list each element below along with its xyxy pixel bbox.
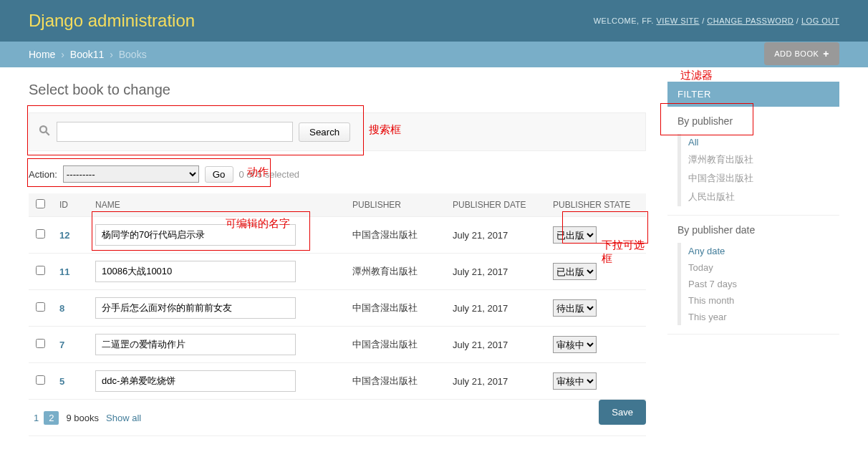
col-publisher[interactable]: PUBLISHER xyxy=(345,193,445,217)
paginator: 12 9 books Show all xyxy=(29,413,141,423)
state-select[interactable]: 审核中 xyxy=(553,372,597,390)
row-checkbox[interactable] xyxy=(36,229,45,239)
table-row: 12 中国含湿出版社 July 21, 2017 已出版 xyxy=(29,217,646,254)
id-link[interactable]: 11 xyxy=(59,266,69,277)
filter-item[interactable]: 潭州教育出版社 xyxy=(688,150,829,169)
header: Django administration WELCOME, FF. VIEW … xyxy=(0,0,868,42)
table-row: 11 潭州教育出版社 July 21, 2017 已出版 xyxy=(29,254,646,290)
col-name[interactable]: NAME xyxy=(88,193,345,217)
filter-by-date: By publisher date Any dateTodayPast 7 da… xyxy=(667,216,839,335)
results-table: ID NAME PUBLISHER PUBLISHER DATE PUBLISH… xyxy=(29,193,646,400)
svg-line-1 xyxy=(46,132,49,135)
user-tools: WELCOME, FF. VIEW SITE / CHANGE PASSWORD… xyxy=(594,16,839,25)
name-input[interactable] xyxy=(95,261,296,282)
table-row: 7 中国含湿出版社 July 21, 2017 审核中 xyxy=(29,327,646,363)
row-checkbox[interactable] xyxy=(36,266,45,275)
name-input[interactable] xyxy=(95,370,296,392)
row-checkbox[interactable] xyxy=(36,339,45,348)
welcome-text: WELCOME, FF. xyxy=(594,16,654,25)
filter-item[interactable]: Today xyxy=(688,259,829,276)
page-title: Select book to change xyxy=(29,82,646,98)
logout-link[interactable]: LOG OUT xyxy=(801,16,839,25)
table-row: 5 中国含湿出版社 July 21, 2017 审核中 xyxy=(29,363,646,400)
filter-item[interactable]: This year xyxy=(688,309,829,325)
id-link[interactable]: 12 xyxy=(59,230,69,241)
search-toolbar: Search xyxy=(29,112,646,151)
row-checkbox[interactable] xyxy=(36,375,45,385)
filter-item[interactable]: Past 7 days xyxy=(688,276,829,292)
add-book-button[interactable]: ADD BOOK + xyxy=(764,42,839,65)
row-checkbox[interactable] xyxy=(36,302,45,312)
breadcrumb-home[interactable]: Home xyxy=(29,49,55,60)
filter-item[interactable]: Any date xyxy=(688,243,829,259)
breadcrumbs: Home › Book11 › Books xyxy=(0,42,868,67)
site-title: Django administration xyxy=(29,11,195,31)
book-count: 9 books xyxy=(66,413,99,423)
date-cell: July 21, 2017 xyxy=(445,217,546,254)
publisher-cell: 中国含湿出版社 xyxy=(345,327,445,363)
actions-row: Action: --------- Go 0 of 5 selected xyxy=(29,165,646,183)
action-select[interactable]: --------- xyxy=(63,165,199,183)
publisher-cell: 中国含湿出版社 xyxy=(345,290,445,327)
col-date[interactable]: PUBLISHER DATE xyxy=(445,193,546,217)
date-cell: July 21, 2017 xyxy=(445,363,546,400)
svg-point-0 xyxy=(40,126,47,133)
publisher-cell: 中国含湿出版社 xyxy=(345,363,445,400)
name-input[interactable] xyxy=(95,297,296,319)
col-state[interactable]: PUBLISHER STATE xyxy=(546,193,646,217)
breadcrumb-model: Books xyxy=(119,49,147,60)
action-label: Action: xyxy=(29,169,57,180)
save-button[interactable]: Save xyxy=(599,400,646,425)
id-link[interactable]: 7 xyxy=(59,340,64,350)
publisher-cell: 潭州教育出版社 xyxy=(345,254,445,290)
plus-icon: + xyxy=(823,48,829,59)
date-cell: July 21, 2017 xyxy=(445,290,546,327)
id-link[interactable]: 5 xyxy=(59,376,64,387)
name-input[interactable] xyxy=(95,334,296,355)
publisher-cell: 中国含湿出版社 xyxy=(345,217,445,254)
state-select[interactable]: 审核中 xyxy=(553,336,597,353)
filter-item[interactable]: All xyxy=(688,134,829,150)
name-input[interactable] xyxy=(95,224,296,246)
filter-heading: FILTER xyxy=(667,82,839,107)
date-cell: July 21, 2017 xyxy=(445,254,546,290)
page-1[interactable]: 1 xyxy=(29,411,44,425)
state-select[interactable]: 已出版 xyxy=(553,263,597,280)
selected-count: 0 of 5 selected xyxy=(239,169,300,180)
view-site-link[interactable]: VIEW SITE xyxy=(657,16,700,25)
search-icon xyxy=(38,124,51,140)
filter-item[interactable]: This month xyxy=(688,292,829,309)
annotation-filter: 过滤器 xyxy=(680,69,713,82)
search-input[interactable] xyxy=(57,122,293,142)
id-link[interactable]: 8 xyxy=(59,303,64,314)
select-all-checkbox[interactable] xyxy=(36,199,45,208)
page-2: 2 xyxy=(44,411,59,425)
filter-by-publisher: By publisher All潭州教育出版社中国含湿出版社人民出版社 xyxy=(667,107,839,216)
change-password-link[interactable]: CHANGE PASSWORD xyxy=(707,16,794,25)
search-button[interactable]: Search xyxy=(299,122,350,142)
breadcrumb-app[interactable]: Book11 xyxy=(70,49,104,60)
date-cell: July 21, 2017 xyxy=(445,327,546,363)
state-select[interactable]: 待出版 xyxy=(553,299,597,317)
table-row: 8 中国含湿出版社 July 21, 2017 待出版 xyxy=(29,290,646,327)
filter-item[interactable]: 人民出版社 xyxy=(688,188,829,206)
show-all-link[interactable]: Show all xyxy=(106,413,141,423)
col-id[interactable]: ID xyxy=(52,193,88,217)
state-select[interactable]: 已出版 xyxy=(553,226,597,244)
filter-item[interactable]: 中国含湿出版社 xyxy=(688,169,829,188)
go-button[interactable]: Go xyxy=(205,166,233,183)
